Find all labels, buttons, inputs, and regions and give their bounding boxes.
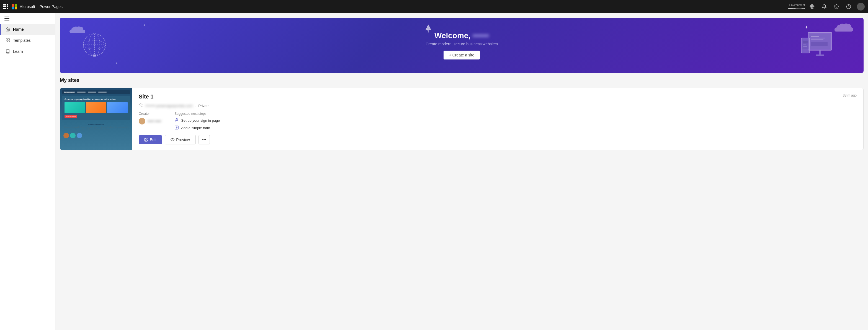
thumbnail-nav: Company name bbox=[62, 90, 130, 94]
sidebar-templates-label: Templates bbox=[13, 38, 31, 43]
product-title: Power Pages bbox=[40, 4, 63, 9]
topbar: Microsoft Power Pages Environment ••••••… bbox=[0, 0, 868, 13]
svg-rect-25 bbox=[803, 41, 808, 43]
hero-content: Welcome, •••••• Create modern, secure bu… bbox=[426, 31, 498, 60]
sparkle-2: ✦ bbox=[143, 23, 146, 27]
thumbnail-company: Company name bbox=[64, 92, 75, 93]
svg-point-9 bbox=[89, 34, 100, 56]
svg-rect-17 bbox=[811, 36, 819, 37]
site-actions-row: Edit Preview ••• bbox=[139, 135, 857, 144]
more-options-button[interactable]: ••• bbox=[198, 135, 210, 144]
sidebar-item-learn[interactable]: Learn bbox=[0, 46, 55, 57]
sidebar-learn-label: Learn bbox=[13, 49, 23, 54]
help-icon[interactable] bbox=[845, 3, 852, 10]
site-thumbnail: Company name Create an engaging headline… bbox=[60, 88, 132, 150]
create-site-button[interactable]: + Create a site bbox=[443, 51, 480, 60]
signin-icon bbox=[175, 118, 179, 123]
site-url-separator: - bbox=[195, 104, 196, 108]
svg-point-1 bbox=[836, 6, 837, 7]
environment-value: •••••••••••••••• bbox=[788, 7, 805, 10]
users-icon bbox=[139, 103, 143, 108]
sparkle-1: ✦ bbox=[805, 25, 808, 30]
next-step-form[interactable]: Add a simple form bbox=[175, 125, 220, 131]
sidebar-item-home[interactable]: Home bbox=[0, 24, 55, 35]
thumbnail-nav-item-2 bbox=[88, 92, 96, 93]
svg-rect-6 bbox=[6, 41, 7, 42]
site-card: Company name Create an engaging headline… bbox=[60, 88, 864, 150]
svg-rect-20 bbox=[811, 42, 828, 46]
thumbnail-hero-area: Create an engaging headline, welcome, or… bbox=[62, 96, 130, 120]
sidebar-nav: Home Templates Learn bbox=[0, 24, 55, 57]
svg-rect-27 bbox=[803, 46, 807, 47]
my-sites-section: My sites Company name bbox=[55, 77, 868, 155]
devices-decoration bbox=[800, 30, 836, 61]
svg-rect-14 bbox=[93, 55, 96, 57]
environment-selector[interactable]: Environment •••••••••••••••• bbox=[788, 4, 805, 10]
svg-rect-7 bbox=[8, 41, 9, 42]
svg-rect-19 bbox=[811, 39, 824, 40]
sidebar-toggle[interactable] bbox=[0, 13, 55, 24]
hero-subtitle: Create modern, secure business websites bbox=[426, 42, 498, 46]
svg-rect-22 bbox=[816, 55, 824, 56]
site-url-row: ••••••••.powerappsportals.com - Private bbox=[139, 103, 857, 108]
thumbnail-img-2 bbox=[86, 102, 106, 113]
next-step-form-label: Add a simple form bbox=[181, 126, 210, 130]
topbar-icons bbox=[808, 3, 865, 10]
site-timestamp: 33 m ago bbox=[843, 94, 857, 97]
creator-row: ••••• ••••• bbox=[139, 118, 161, 125]
notification-icon[interactable] bbox=[820, 3, 828, 10]
thumbnail-bottom bbox=[62, 132, 130, 139]
hero-title: Welcome, •••••• bbox=[426, 31, 498, 40]
thumbnail-inner: Company name Create an engaging headline… bbox=[60, 88, 132, 150]
svg-rect-21 bbox=[819, 51, 821, 55]
hero-banner: ✦ ✦ ✦ Welcome, •••••• Create modern, sec… bbox=[60, 18, 864, 73]
environment-icon[interactable] bbox=[808, 3, 816, 10]
next-steps-label: Suggested next steps bbox=[175, 112, 220, 116]
sparkle-3: ✦ bbox=[115, 62, 117, 65]
thumbnail-image-strip bbox=[64, 102, 128, 113]
site-header-row: Site 1 33 m ago bbox=[139, 94, 857, 100]
site-privacy: Private bbox=[198, 104, 209, 108]
content-area: ✦ ✦ ✦ Welcome, •••••• Create modern, sec… bbox=[55, 13, 868, 330]
thumbnail-cta-btn: Apply an action bbox=[64, 115, 77, 118]
form-icon bbox=[175, 125, 179, 131]
hamburger-icon bbox=[4, 16, 9, 21]
creator-name: ••••• ••••• bbox=[148, 119, 161, 123]
next-step-signin-label: Set up your sign in page bbox=[181, 119, 220, 123]
thumbnail-img-1 bbox=[64, 102, 85, 113]
sidebar-item-templates[interactable]: Templates bbox=[0, 35, 55, 46]
user-avatar[interactable] bbox=[857, 3, 865, 10]
site-name: Site 1 bbox=[139, 94, 153, 100]
svg-rect-26 bbox=[803, 44, 806, 45]
thumbnail-intro-title: Introduction section bbox=[63, 124, 129, 125]
settings-icon[interactable] bbox=[833, 3, 840, 10]
svg-point-34 bbox=[172, 139, 173, 140]
learn-icon bbox=[5, 49, 10, 54]
my-sites-title: My sites bbox=[60, 77, 864, 83]
microsoft-label: Microsoft bbox=[20, 4, 35, 9]
site-url: ••••••••.powerappsportals.com bbox=[145, 104, 193, 108]
svg-point-8 bbox=[83, 34, 105, 56]
svg-rect-4 bbox=[6, 39, 7, 40]
site-info: Site 1 33 m ago ••••••••.powerappsportal… bbox=[132, 88, 863, 150]
thumbnail-headline: Create an engaging headline, welcome, or… bbox=[64, 98, 128, 100]
globe-decoration bbox=[82, 32, 107, 58]
creator-label: Creator bbox=[139, 112, 161, 116]
waffle-menu[interactable] bbox=[3, 4, 8, 9]
next-steps-col: Suggested next steps Set up your sign in… bbox=[175, 112, 220, 131]
microsoft-logo: Microsoft bbox=[12, 4, 35, 9]
svg-point-28 bbox=[140, 104, 141, 105]
environment-label: Environment bbox=[789, 4, 805, 7]
creator-avatar bbox=[139, 118, 145, 125]
creator-col: Creator ••••• ••••• bbox=[139, 112, 161, 131]
home-icon bbox=[5, 27, 10, 32]
edit-button[interactable]: Edit bbox=[139, 135, 162, 144]
thumbnail-intro-text: Create a short paragraph that shows your… bbox=[63, 126, 129, 130]
next-step-signin[interactable]: Set up your sign in page bbox=[175, 118, 220, 123]
main-layout: Home Templates Learn bbox=[0, 13, 868, 330]
templates-icon bbox=[5, 38, 10, 43]
cloud-left-1 bbox=[68, 25, 88, 35]
thumbnail-intro: Introduction section Create a short para… bbox=[62, 122, 130, 132]
sidebar-home-label: Home bbox=[13, 27, 24, 32]
preview-button[interactable]: Preview bbox=[165, 135, 196, 144]
